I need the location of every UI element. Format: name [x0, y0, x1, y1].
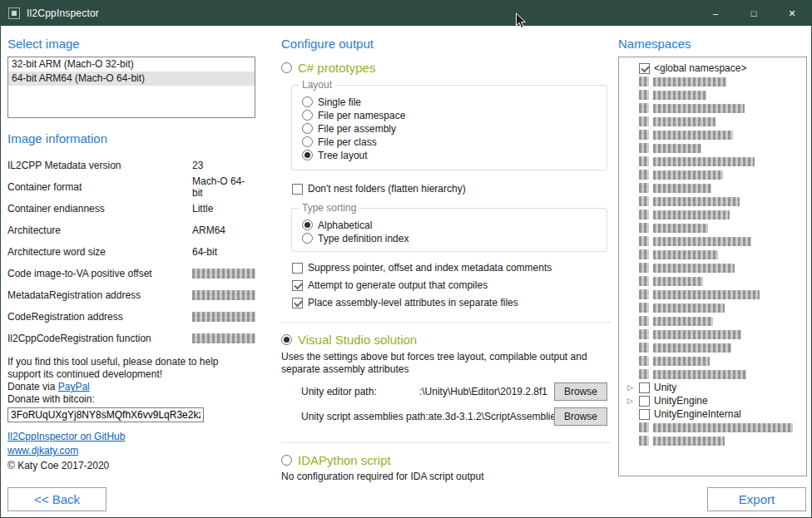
visual-studio-radio[interactable] [281, 334, 292, 345]
expander-icon[interactable] [626, 381, 635, 394]
website-link[interactable]: www.djkaty.com [7, 445, 78, 456]
select-image-heading: Select image [7, 37, 255, 51]
namespace-label: <global namespace> [654, 62, 746, 74]
layout-option-row[interactable]: Single file [302, 96, 598, 108]
unity-editor-browse-button[interactable]: Browse [554, 382, 607, 401]
type-sorting-option-row[interactable]: Type definition index [302, 232, 598, 244]
namespace-checkbox[interactable] [639, 382, 650, 393]
left-panel: Select image 32-bit ARM (Mach-O 32-bit)6… [7, 26, 255, 471]
namespace-item-redacted [626, 328, 803, 341]
unity-editor-path-row: Unity editor path: :\Unity\Hub\Editor\20… [301, 382, 607, 401]
maximize-button[interactable]: □ [735, 1, 773, 26]
namespace-item-redacted [626, 274, 803, 288]
option-checkbox-row[interactable]: Attempt to generate output that compiles [292, 279, 611, 291]
option-checkbox[interactable] [292, 280, 303, 291]
redacted-checkbox [639, 196, 649, 206]
namespace-item-redacted [626, 261, 803, 274]
type-sorting-option-radio[interactable] [302, 233, 313, 244]
redacted-value [192, 312, 255, 322]
github-link[interactable]: Il2CppInspector on GitHub [7, 431, 125, 442]
flatten-checkbox[interactable] [292, 184, 303, 195]
redacted-label [653, 237, 751, 246]
redacted-checkbox [639, 223, 649, 233]
image-listbox[interactable]: 32-bit ARM (Mach-O 32-bit)64-bit ARM64 (… [7, 57, 255, 118]
unity-editor-path-label: Unity editor path: [301, 386, 377, 397]
layout-option-label: File per class [318, 136, 377, 148]
expander-icon[interactable] [626, 394, 635, 407]
namespace-list[interactable]: <global namespace>UnityUnityEngineUnityE… [618, 57, 807, 476]
namespace-checkbox[interactable] [639, 409, 650, 420]
layout-option-row[interactable]: File per class [302, 136, 598, 148]
layout-option-radio[interactable] [302, 136, 313, 147]
redacted-label [653, 290, 760, 299]
info-row-label: Architecture [7, 224, 192, 236]
visual-studio-option[interactable]: Visual Studio solution [281, 333, 611, 347]
layout-option-radio[interactable] [302, 110, 313, 121]
namespace-checkbox[interactable] [639, 396, 650, 407]
close-button[interactable]: ✕ [773, 1, 811, 26]
image-list-item[interactable]: 32-bit ARM (Mach-O 32-bit) [8, 57, 255, 72]
redacted-label [653, 357, 710, 366]
info-row: Architecture word size64-bit [7, 241, 255, 263]
redacted-checkbox [639, 303, 649, 313]
redacted-checkbox [639, 170, 649, 180]
layout-option-label: File per namespace [318, 110, 405, 121]
layout-option-row[interactable]: Tree layout [302, 149, 598, 161]
section-separator [281, 322, 611, 323]
type-sorting-option-radio[interactable] [302, 220, 313, 230]
export-button[interactable]: Export [707, 487, 806, 511]
unity-script-path-value: ate.3d-3.1.2\ScriptAssemblies [428, 411, 554, 422]
namespace-item-redacted [626, 234, 803, 248]
option-checkbox[interactable] [292, 298, 303, 308]
redacted-label [653, 104, 745, 113]
layout-option-radio[interactable] [302, 96, 313, 107]
option-checkbox-label: Place assembly-level attributes in separ… [308, 297, 518, 308]
option-checkbox-row[interactable]: Place assembly-level attributes in separ… [292, 297, 611, 308]
info-row: IL2CPP Metadata version23 [7, 155, 255, 176]
redacted-label [653, 184, 711, 193]
redacted-checkbox [639, 143, 649, 153]
option-checkbox-row[interactable]: Suppress pointer, offset and index metad… [292, 262, 611, 274]
image-list-item[interactable]: 64-bit ARM64 (Mach-O 64-bit) [8, 72, 255, 86]
redacted-label [653, 370, 746, 379]
option-checkbox[interactable] [292, 263, 303, 274]
unity-script-path-label: Unity script assemblies path: [301, 411, 428, 422]
csharp-prototypes-radio[interactable] [281, 62, 292, 73]
info-row-label: IL2CPP Metadata version [7, 160, 192, 171]
redacted-label [653, 197, 740, 206]
redacted-checkbox [639, 103, 649, 113]
flatten-checkbox-row[interactable]: Don't nest folders (flatten hierarchy) [292, 183, 611, 195]
csharp-prototypes-option[interactable]: C# prototypes [281, 61, 611, 75]
redacted-checkbox [639, 369, 649, 379]
back-button[interactable]: << Back [7, 487, 106, 511]
namespace-item[interactable]: UnityEngine [626, 394, 803, 407]
unity-script-browse-button[interactable]: Browse [554, 407, 607, 426]
namespace-label: Unity [654, 382, 676, 393]
paypal-link[interactable]: PayPal [58, 381, 90, 392]
csharp-prototypes-label: C# prototypes [298, 61, 375, 75]
bitcoin-address-input[interactable] [7, 407, 204, 422]
namespace-item[interactable]: <global namespace> [626, 62, 803, 75]
type-sorting-groupbox: Type sorting AlphabeticalType definition… [291, 208, 607, 252]
redacted-checkbox [639, 116, 649, 126]
minimize-button[interactable]: – [696, 1, 735, 26]
idapython-option[interactable]: IDAPython script [281, 453, 611, 467]
idapython-radio[interactable] [281, 455, 292, 466]
namespace-item-redacted [626, 314, 803, 328]
layout-option-row[interactable]: File per namespace [302, 109, 598, 121]
namespace-item[interactable]: Unity [626, 381, 803, 394]
namespace-item-redacted [626, 128, 803, 141]
app-icon-glyph [12, 11, 17, 16]
layout-option-radio[interactable] [302, 123, 313, 134]
redacted-checkbox [639, 210, 649, 220]
namespace-item[interactable]: UnityEngineInternal [626, 407, 803, 421]
layout-caption: Layout [299, 79, 335, 91]
layout-option-radio[interactable] [302, 150, 313, 160]
layout-option-row[interactable]: File per assembly [302, 122, 598, 135]
info-row-label: Code image-to-VA positive offset [7, 268, 192, 279]
layout-options: Single fileFile per namespaceFile per as… [300, 96, 598, 161]
redacted-value [192, 290, 255, 300]
namespace-item-redacted [626, 248, 803, 261]
namespace-checkbox[interactable] [639, 63, 650, 74]
type-sorting-option-row[interactable]: Alphabetical [302, 219, 598, 231]
